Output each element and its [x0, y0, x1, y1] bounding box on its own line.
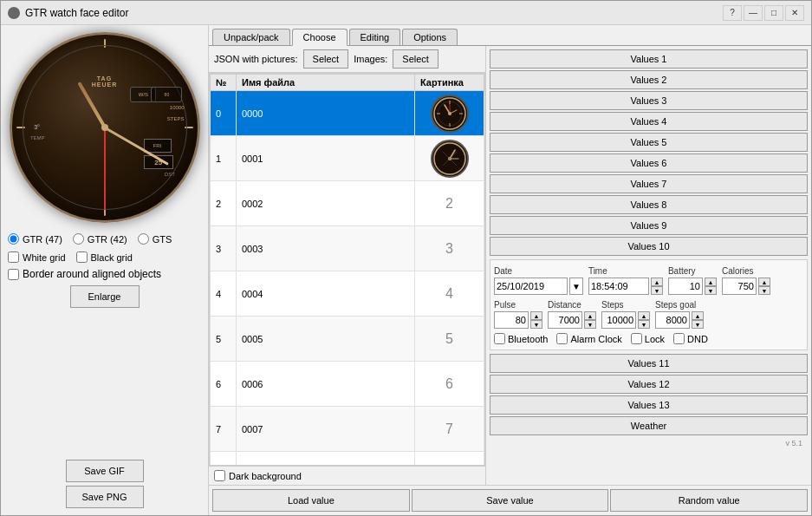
- weather-button[interactable]: Weather: [490, 416, 808, 435]
- steps-goal-input[interactable]: [655, 311, 690, 329]
- border-checkbox[interactable]: [8, 269, 19, 280]
- bluetooth-option[interactable]: Bluetooth: [494, 333, 548, 344]
- enlarge-button[interactable]: Enlarge: [70, 285, 140, 308]
- radio-gtr47-input[interactable]: [8, 233, 19, 245]
- svg-point-9: [448, 112, 451, 115]
- dnd-checkbox[interactable]: [673, 333, 685, 344]
- values-10-button[interactable]: Values 10: [490, 237, 808, 256]
- black-grid-option[interactable]: Black grid: [76, 251, 133, 263]
- values-4-button[interactable]: Values 4: [490, 112, 808, 131]
- alarm-checkbox[interactable]: [556, 333, 568, 344]
- bluetooth-checkbox[interactable]: [494, 333, 505, 344]
- radio-gtr47-label: GTR (47): [23, 234, 62, 245]
- table-row[interactable]: 700077: [211, 407, 484, 452]
- table-row[interactable]: 10001: [211, 136, 484, 181]
- images-select-button[interactable]: Select: [393, 49, 438, 69]
- images-label: Images:: [354, 54, 387, 64]
- table-row[interactable]: 800088: [211, 452, 484, 467]
- time-up-btn[interactable]: ▲: [651, 278, 663, 286]
- values-8-button[interactable]: Values 8: [490, 195, 808, 214]
- radio-gts[interactable]: GTS: [138, 233, 172, 245]
- border-checkbox-group[interactable]: Border around aligned objects: [8, 268, 161, 280]
- table-row[interactable]: 600066: [211, 362, 484, 407]
- values-13-button[interactable]: Values 13: [490, 395, 808, 415]
- save-png-button[interactable]: Save PNG: [66, 486, 144, 508]
- lock-option[interactable]: Lock: [631, 333, 665, 344]
- values-7-button[interactable]: Values 7: [490, 174, 808, 193]
- battery-spin: ▲ ▼: [705, 278, 717, 295]
- lock-label: Lock: [645, 334, 665, 344]
- cell-filename: 0004: [237, 271, 415, 317]
- values-2-button[interactable]: Values 2: [490, 70, 808, 89]
- distance-up-btn[interactable]: ▲: [584, 311, 596, 320]
- col-filename: Имя файла: [237, 75, 415, 91]
- cell-num: 1: [211, 136, 237, 181]
- table-row[interactable]: 300033: [211, 226, 484, 271]
- app-icon: [8, 7, 20, 19]
- battery-up-btn[interactable]: ▲: [705, 278, 717, 286]
- random-value-button[interactable]: Random value: [610, 489, 808, 512]
- radio-gts-input[interactable]: [138, 233, 149, 245]
- calories-input[interactable]: [722, 278, 757, 295]
- calories-up-btn[interactable]: ▲: [758, 278, 770, 286]
- tab-unpack[interactable]: Unpack/pack: [212, 29, 290, 45]
- table-row[interactable]: 400044: [211, 271, 484, 317]
- dark-background-checkbox[interactable]: [214, 470, 225, 481]
- battery-down-btn[interactable]: ▼: [705, 286, 717, 295]
- datetime-row1: Date ▼ Time: [494, 264, 803, 297]
- calories-down-btn[interactable]: ▼: [758, 286, 770, 295]
- radio-gtr42-input[interactable]: [73, 233, 84, 245]
- tab-options[interactable]: Options: [402, 29, 458, 45]
- table-row[interactable]: 200022: [211, 181, 484, 226]
- values-1-button[interactable]: Values 1: [490, 49, 808, 69]
- table-row[interactable]: 500055: [211, 317, 484, 362]
- tab-choose[interactable]: Choose: [292, 29, 348, 46]
- pulse-input[interactable]: [494, 311, 529, 329]
- json-select-button[interactable]: Select: [303, 49, 349, 69]
- steps-goal-down-btn[interactable]: ▼: [692, 320, 704, 329]
- steps-up-btn[interactable]: ▲: [638, 311, 650, 320]
- alarm-option[interactable]: Alarm Clock: [556, 333, 621, 344]
- white-grid-option[interactable]: White grid: [8, 251, 66, 263]
- pulse-label: Pulse: [494, 300, 542, 310]
- close-button[interactable]: ✕: [785, 5, 804, 21]
- lock-checkbox[interactable]: [631, 333, 642, 344]
- distance-down-btn[interactable]: ▼: [584, 320, 596, 329]
- help-button[interactable]: ?: [723, 5, 742, 21]
- load-value-button[interactable]: Load value: [212, 489, 410, 512]
- black-grid-checkbox[interactable]: [76, 251, 88, 263]
- values-12-button[interactable]: Values 12: [490, 375, 808, 394]
- radio-gtr42[interactable]: GTR (42): [73, 233, 127, 245]
- radio-gtr47[interactable]: GTR (47): [8, 233, 62, 245]
- date-input[interactable]: [494, 278, 568, 295]
- steps-label: Steps: [601, 300, 650, 310]
- cell-num: 2: [211, 181, 237, 226]
- minimize-button[interactable]: —: [744, 5, 763, 21]
- pulse-up-btn[interactable]: ▲: [530, 311, 542, 320]
- values-3-button[interactable]: Values 3: [490, 91, 808, 110]
- save-gif-button[interactable]: Save GIF: [66, 460, 144, 482]
- dnd-option[interactable]: DND: [673, 333, 708, 344]
- values-5-button[interactable]: Values 5: [490, 133, 808, 152]
- battery-input[interactable]: [668, 278, 703, 295]
- tab-editing[interactable]: Editing: [349, 29, 401, 45]
- maximize-button[interactable]: □: [764, 5, 783, 21]
- distance-input[interactable]: [548, 311, 582, 329]
- cell-filename: 0003: [237, 226, 415, 271]
- thumb-image: [431, 140, 469, 178]
- values-11-button[interactable]: Values 11: [490, 354, 808, 373]
- datetime-row2: Pulse ▲ ▼ Distance: [494, 297, 803, 331]
- white-grid-checkbox[interactable]: [8, 251, 19, 263]
- steps-input[interactable]: [601, 311, 636, 329]
- pulse-down-btn[interactable]: ▼: [530, 320, 542, 329]
- date-dropdown-btn[interactable]: ▼: [569, 278, 583, 295]
- time-down-btn[interactable]: ▼: [651, 286, 663, 295]
- time-input[interactable]: [588, 278, 649, 295]
- cell-filename: 0007: [237, 407, 415, 452]
- values-6-button[interactable]: Values 6: [490, 153, 808, 173]
- steps-down-btn[interactable]: ▼: [638, 320, 650, 329]
- table-row[interactable]: 00000: [211, 91, 484, 136]
- values-9-button[interactable]: Values 9: [490, 216, 808, 235]
- steps-goal-up-btn[interactable]: ▲: [692, 311, 704, 320]
- save-value-button[interactable]: Save value: [412, 489, 609, 512]
